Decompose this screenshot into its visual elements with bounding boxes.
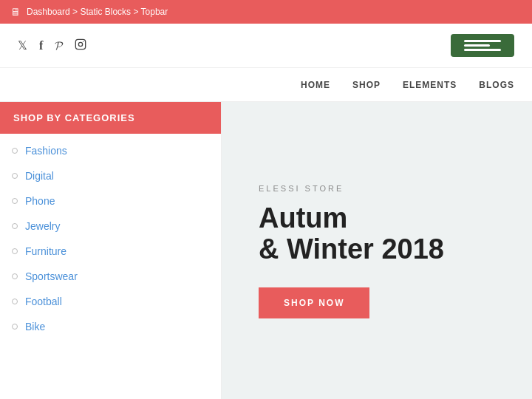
social-logo-bar: 𝕏 f 𝓟 (0, 24, 532, 68)
social-icons-group: 𝕏 f 𝓟 (18, 38, 86, 53)
category-item[interactable]: Fashions (0, 138, 221, 163)
admin-bar-icon: 🖥 (10, 6, 21, 18)
cat-dot (12, 324, 18, 330)
cat-dot (12, 273, 18, 279)
facebook-icon[interactable]: f (39, 39, 43, 52)
cat-label[interactable]: Sportswear (25, 270, 78, 282)
nav-home[interactable]: HOME (301, 80, 330, 90)
pinterest-icon[interactable]: 𝓟 (55, 39, 63, 52)
category-item[interactable]: Football (0, 289, 221, 314)
logo[interactable] (451, 34, 514, 57)
nav-blogs[interactable]: BLOGS (479, 80, 514, 90)
category-item[interactable]: Digital (0, 163, 221, 188)
cat-dot (12, 223, 18, 229)
cat-dot (12, 299, 18, 304)
admin-bar: 🖥 Dashboard > Static Blocks > Topbar (0, 0, 532, 24)
cat-label[interactable]: Football (25, 296, 62, 307)
twitter-icon[interactable]: 𝕏 (18, 38, 27, 52)
cat-dot (12, 148, 18, 154)
category-list: FashionsDigitalPhoneJewelryFurnitureSpor… (0, 134, 221, 344)
shop-now-button[interactable]: SHOP NOW (259, 287, 369, 318)
nav-shop[interactable]: SHOP (352, 80, 381, 90)
sidebar-header: SHOP BY CATEGORIES (0, 102, 221, 134)
admin-breadcrumb: Dashboard > Static Blocks > Topbar (27, 7, 168, 17)
svg-rect-0 (76, 39, 86, 49)
cat-dot (12, 248, 18, 254)
category-item[interactable]: Bike (0, 314, 221, 339)
svg-point-1 (79, 42, 83, 46)
cat-label[interactable]: Phone (25, 195, 55, 207)
category-item[interactable]: Phone (0, 188, 221, 214)
category-item[interactable]: Jewelry (0, 214, 221, 239)
cat-label[interactable]: Fashions (25, 145, 67, 157)
hero-section: ELESSI STORE Autum & Winter 2018 SHOP NO… (222, 102, 532, 399)
cat-label[interactable]: Jewelry (25, 220, 60, 232)
cat-label[interactable]: Digital (25, 170, 54, 182)
cat-label[interactable]: Furniture (25, 245, 66, 257)
nav-bar: HOME SHOP ELEMENTS BLOGS (0, 68, 532, 102)
nav-elements[interactable]: ELEMENTS (403, 80, 457, 90)
instagram-icon[interactable] (75, 38, 86, 53)
cat-dot (12, 198, 18, 204)
cat-label[interactable]: Bike (25, 321, 45, 332)
category-item[interactable]: Sportswear (0, 264, 221, 289)
hero-title: Autum & Winter 2018 (259, 203, 495, 265)
hero-store-label: ELESSI STORE (259, 184, 495, 193)
sidebar: SHOP BY CATEGORIES FashionsDigitalPhoneJ… (0, 102, 222, 399)
category-item[interactable]: Furniture (0, 239, 221, 264)
cat-dot (12, 173, 18, 179)
main-content: SHOP BY CATEGORIES FashionsDigitalPhoneJ… (0, 102, 532, 399)
svg-point-2 (83, 41, 83, 41)
